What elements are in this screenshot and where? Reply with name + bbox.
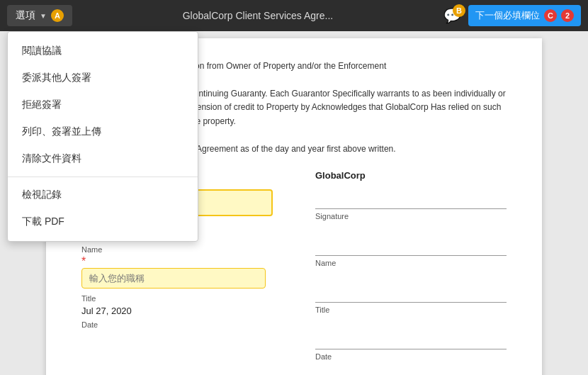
date-value: Jul 27, 2020 [81, 304, 273, 318]
menu-divider [8, 177, 198, 177]
document-title: GlobalCorp Client Services Agre... [72, 10, 443, 21]
name-field-label: Name [81, 245, 273, 254]
globalcorp-name-spacer [315, 222, 507, 236]
chevron-down-icon: ▼ [40, 12, 47, 20]
badge-c-label: C [544, 9, 557, 22]
comment-button-wrapper: 💬 B [443, 7, 461, 24]
required-star: * [81, 255, 86, 267]
globalcorp-sig-label: Signature [315, 212, 507, 220]
next-field-label: 下一個必填欄位 [475, 9, 540, 22]
globalcorp-column-title: GlobalCorp [315, 170, 507, 181]
badge-b-label: B [453, 4, 465, 17]
menu-item-history[interactable]: 檢視記錄 [8, 181, 198, 208]
globalcorp-date-label: Date [315, 352, 507, 361]
menu-item-delegate[interactable]: 委派其他人簽署 [8, 65, 198, 91]
globalcorp-column: GlobalCorp Signature Name Title Date [315, 170, 507, 362]
title-input-wrapper: * [81, 255, 273, 291]
title-input[interactable] [81, 268, 266, 289]
menu-item-download-pdf[interactable]: 下載 PDF [8, 208, 198, 235]
badge-a-label: A [51, 9, 64, 22]
select-label: 選項 [16, 9, 35, 22]
menu-item-clear[interactable]: 清除文件資料 [8, 145, 198, 172]
globalcorp-date-line [315, 330, 507, 349]
menu-item-print[interactable]: 列印、簽署並上傳 [8, 118, 198, 145]
toolbar: 選項 ▼ A GlobalCorp Client Services Agre..… [0, 0, 588, 31]
globalcorp-date-spacer [315, 315, 507, 330]
menu-item-decline[interactable]: 拒絕簽署 [8, 91, 198, 118]
title-field-label: Title [81, 294, 273, 303]
globalcorp-title-line [315, 283, 507, 303]
dropdown-menu: 閱讀協議 委派其他人簽署 拒絕簽署 列印、簽署並上傳 清除文件資料 檢視記錄 下… [7, 31, 198, 242]
globalcorp-name-line [315, 236, 507, 256]
select-button[interactable]: 選項 ▼ A [7, 5, 72, 26]
next-field-count: 2 [561, 9, 574, 22]
menu-item-read[interactable]: 閱讀協議 [8, 38, 198, 65]
globalcorp-title-label: Title [315, 306, 507, 314]
globalcorp-sig-line [315, 189, 507, 209]
toolbar-right: 💬 B 下一個必填欄位 C 2 [443, 5, 581, 26]
date-field-label: Date [81, 320, 273, 329]
globalcorp-name-label: Name [315, 259, 507, 267]
next-field-button[interactable]: 下一個必填欄位 C 2 [468, 5, 581, 26]
globalcorp-title-spacer [315, 269, 507, 283]
